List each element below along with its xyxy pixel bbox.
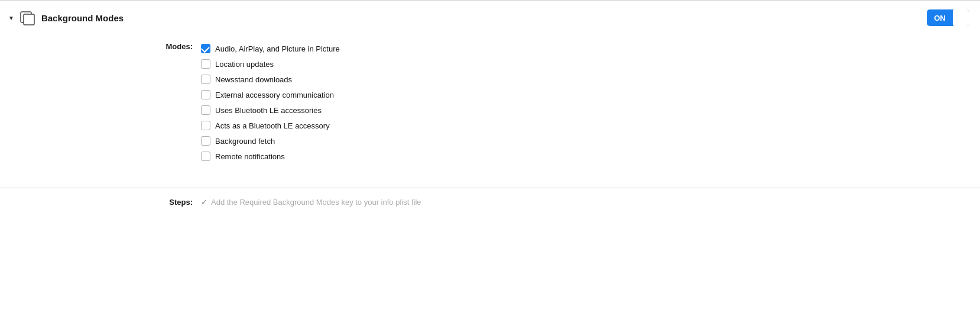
mode-item-0[interactable]: Audio, AirPlay, and Picture in Picture [201,41,340,56]
mode-checkbox-1[interactable] [201,59,210,69]
toggle-on-label: ON [927,14,953,22]
mode-item-4[interactable]: Uses Bluetooth LE accessories [201,102,340,118]
mode-label-3: External accessory communication [215,91,334,99]
steps-row: Steps: ✓ Add the Required Background Mod… [0,198,980,207]
mode-checkbox-6[interactable] [201,136,210,146]
mode-checkbox-5[interactable] [201,121,210,130]
mode-label-6: Background fetch [215,137,275,146]
steps-check-icon: ✓ [201,198,207,207]
mode-item-2[interactable]: Newsstand downloads [201,72,340,87]
mode-checkbox-4[interactable] [201,105,210,115]
mode-item-3[interactable]: External accessory communication [201,87,340,102]
mode-item-7[interactable]: Remote notifications [201,149,340,164]
toggle-button[interactable]: ON [927,9,969,26]
mode-item-6[interactable]: Background fetch [201,133,340,149]
mode-label-2: Newsstand downloads [215,75,292,84]
mode-item-1[interactable]: Location updates [201,56,340,72]
modes-list: Audio, AirPlay, and Picture in PictureLo… [201,41,340,164]
modes-row: Modes: Audio, AirPlay, and Picture in Pi… [0,41,980,164]
svg-rect-1 [24,14,34,25]
section-title: Background Modes [41,13,124,23]
mode-label-5: Acts as a Bluetooth LE accessory [215,121,330,130]
content-area: Modes: Audio, AirPlay, and Picture in Pi… [0,35,980,178]
mode-label-0: Audio, AirPlay, and Picture in Picture [215,44,340,53]
steps-label: Steps: [154,198,201,207]
mode-label-4: Uses Bluetooth LE accessories [215,106,322,115]
mode-item-5[interactable]: Acts as a Bluetooth LE accessory [201,118,340,133]
section-divider [0,188,980,188]
mode-label-7: Remote notifications [215,152,285,161]
section-header: ▼ Background Modes ON [0,1,980,35]
mode-checkbox-0[interactable] [201,44,210,53]
mode-checkbox-2[interactable] [201,75,210,84]
section-icon [19,9,37,27]
mode-checkbox-3[interactable] [201,90,210,99]
chevron-icon[interactable]: ▼ [8,15,14,21]
mode-checkbox-7[interactable] [201,152,210,161]
toggle-knob [953,9,969,26]
modes-label: Modes: [154,41,201,51]
section-title-group: ▼ Background Modes [8,9,124,27]
steps-text: Add the Required Background Modes key to… [211,198,421,207]
mode-label-1: Location updates [215,60,274,69]
